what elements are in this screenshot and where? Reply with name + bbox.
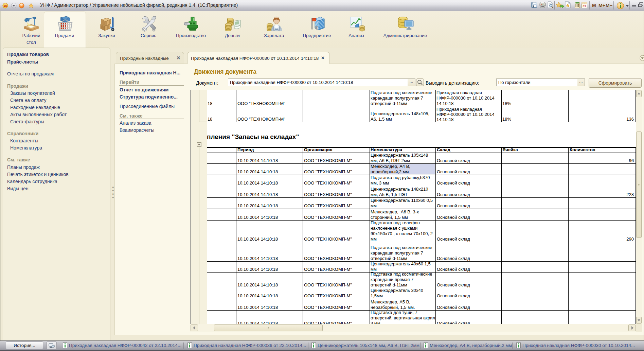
svg-text:31: 31 [583,4,586,8]
svg-text:1С: 1С [3,4,7,7]
